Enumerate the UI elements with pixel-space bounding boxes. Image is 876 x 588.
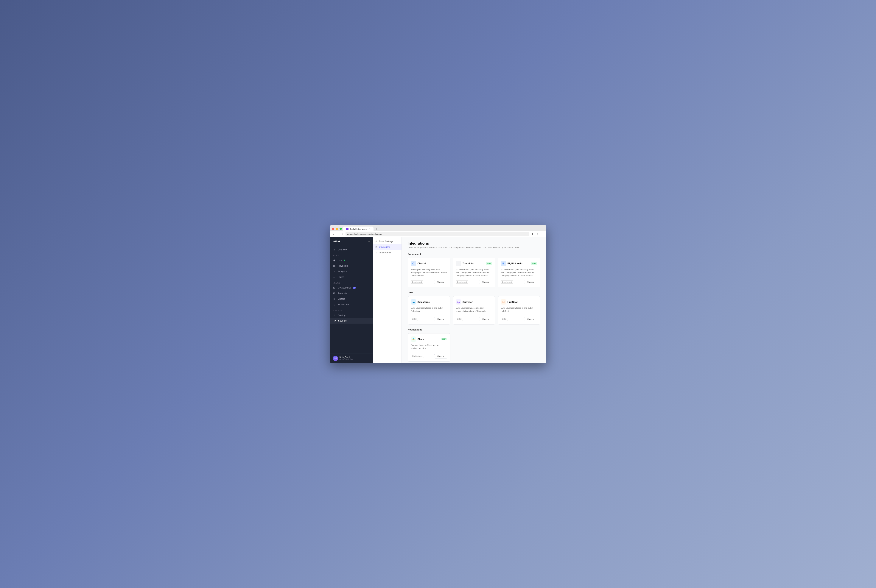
bigpicture-beta-badge: BETA [531,262,537,265]
settings-submenu: ⚙ Basic Settings ⊞ Integrations ☺ Team A… [373,237,402,363]
clearbit-tag: Enrichment [411,280,423,284]
slack-header: Slack BETA [411,336,447,342]
user-name: Netto Farah [339,356,353,358]
slack-card: Slack BETA Connect Koala to Slack and ge… [408,333,450,362]
manage-section-label: MANAGE [330,308,373,312]
svg-rect-3 [413,339,414,340]
svg-rect-2 [414,339,415,339]
svg-rect-0 [412,339,413,339]
minimize-dot[interactable] [336,228,338,230]
live-indicator [344,260,345,261]
new-tab-button[interactable]: + [374,226,379,231]
tab-bar: Koala | Integrations × + [332,226,544,231]
reload-button[interactable]: ↻ [341,232,344,236]
extensions-button[interactable]: ⬆ [531,232,534,236]
forward-button[interactable]: › [336,232,339,236]
salesforce-footer: CRM Manage [411,317,447,321]
hubspot-manage-button[interactable]: Manage [524,317,537,321]
crm-cards-grid: ☁ Salesforce Sync your Koala leads in an… [408,296,540,324]
basic-settings-icon: ⚙ [375,240,377,243]
settings-menu-basic[interactable]: ⚙ Basic Settings [373,238,402,244]
clearbit-card: C Clearbit Enrich your incoming leads wi… [408,258,450,288]
more-button[interactable]: ⋯ [540,232,544,236]
sidebar-item-accounts[interactable]: ⊞ Accounts [330,291,373,296]
hubspot-description: Sync your Koala leads in and out of HubS… [501,306,537,314]
outreach-manage-button[interactable]: Manage [479,317,492,321]
sidebar-search-button[interactable]: ⌕ [368,239,370,242]
bigpicture-header: B BigPicture.io BETA [501,261,537,266]
sidebar-item-scoring[interactable]: ✦ Scoring [330,312,373,318]
settings-wrapper: ⚙ Settings [330,318,373,324]
settings-menu-team-label: Team Admin [379,251,392,254]
bigpicture-footer: Enrichment Manage [501,280,537,284]
address-bar-row: ‹ › ↻ ⬆ ☆ ⋯ [330,231,546,237]
zoominfo-beta-badge: BETA [486,262,492,265]
enrichment-section-title: Enrichment [408,253,540,255]
sidebar-item-analytics[interactable]: ↗ Analytics [330,269,373,274]
slack-manage-button[interactable]: Manage [434,354,447,358]
bookmark-button[interactable]: ☆ [536,232,539,236]
smart-lists-icon: ▽ [333,303,336,306]
sidebar-item-analytics-label: Analytics [338,270,347,273]
sidebar-item-smart-lists[interactable]: ▽ Smart Lists [330,302,373,308]
zoominfo-footer: Enrichment Manage [456,280,492,284]
hubspot-card: ⚙ HubSpot Sync your Koala leads in and o… [498,296,540,324]
sidebar-nav: ⌂ Overview WEBSITE ◉ Live ▦ Playbooks ↗ … [330,245,373,353]
clearbit-manage-button[interactable]: Manage [434,280,447,284]
zoominfo-header: ZI ZoomInfo BETA [456,261,492,266]
hubspot-logo: ⚙ [501,299,506,304]
bigpicture-manage-button[interactable]: Manage [524,280,537,284]
bigpicture-tag: Enrichment [501,280,513,284]
sidebar-item-my-accounts[interactable]: ⊞ My Accounts 7 [330,285,373,291]
website-section-label: WEBSITE [330,252,373,258]
close-dot[interactable] [332,228,334,230]
sidebar-item-playbooks[interactable]: ▦ Playbooks [330,263,373,269]
outreach-footer: CRM Manage [456,317,492,321]
leads-section-label: LEADS [330,280,373,285]
back-button[interactable]: ‹ [332,232,335,236]
address-bar-input[interactable] [345,232,529,236]
scoring-icon: ✦ [333,314,336,316]
sidebar-item-settings[interactable]: ⚙ Settings [330,318,373,324]
app-body: koala ⌕ ⌂ Overview WEBSITE ◉ Live ▦ [330,237,546,363]
settings-menu-team[interactable]: ☺ Team Admin [373,250,402,255]
main-content: Integrations Connect integrations to enr… [402,237,546,363]
svg-rect-1 [413,338,414,339]
crm-section-title: CRM [408,291,540,294]
tab-close-button[interactable]: × [368,228,371,230]
sidebar-item-settings-label: Settings [338,320,346,322]
outreach-card: ◎ Outreach Sync your Koala accounts and … [453,296,495,324]
hubspot-header: ⚙ HubSpot [501,299,537,304]
maximize-dot[interactable] [339,228,342,230]
sidebar-item-live[interactable]: ◉ Live [330,258,373,263]
sidebar-item-overview[interactable]: ⌂ Overview [330,247,373,252]
sidebar-item-overview-label: Overview [338,248,347,251]
outreach-logo: ◎ [456,299,461,304]
salesforce-description: Sync your Koala leads in and out of Sale… [411,306,447,314]
zoominfo-description: (In Beta) Enrich your incoming leads wit… [456,268,492,277]
sidebar-footer: NF Netto Farah netto@koala.live [330,353,373,363]
sidebar: koala ⌕ ⌂ Overview WEBSITE ◉ Live ▦ [330,237,373,363]
salesforce-manage-button[interactable]: Manage [434,317,447,321]
slack-beta-badge: BETA [441,338,447,340]
sidebar-item-forms[interactable]: ☰ Forms [330,274,373,280]
settings-icon: ⚙ [333,319,336,322]
sidebar-item-visitors-label: Visitors [338,298,345,300]
notifications-cards-grid: Slack BETA Connect Koala to Slack and ge… [408,333,540,362]
settings-menu-integrations[interactable]: ⊞ Integrations [373,244,402,250]
active-tab[interactable]: Koala | Integrations × [343,226,374,231]
user-info: Netto Farah netto@koala.live [339,356,353,360]
clearbit-name: Clearbit [417,262,426,265]
live-icon: ◉ [333,259,336,262]
sidebar-item-visitors[interactable]: ☺ Visitors [330,296,373,302]
accounts-icon: ⊞ [333,292,336,295]
team-icon: ☺ [375,251,378,254]
clearbit-description: Enrich your incoming leads with firmogra… [411,268,447,277]
zoominfo-manage-button[interactable]: Manage [479,280,492,284]
salesforce-name: Salesforce [417,301,430,303]
analytics-icon: ↗ [333,270,336,273]
zoominfo-tag: Enrichment [456,280,468,284]
page-subtitle: Connect integrations to enrich visitor a… [408,246,540,249]
page-title: Integrations [408,241,540,246]
hubspot-footer: CRM Manage [501,317,537,321]
